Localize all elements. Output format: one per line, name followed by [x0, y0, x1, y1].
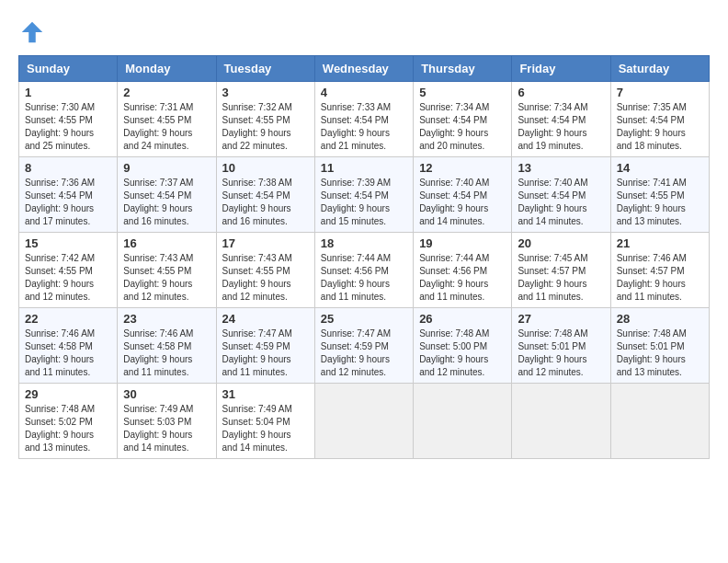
calendar-header-monday: Monday [118, 56, 216, 82]
day-number: 31 [222, 387, 309, 401]
calendar-header-row: SundayMondayTuesdayWednesdayThursdayFrid… [19, 56, 710, 82]
calendar-day-cell [610, 384, 709, 459]
calendar-day-cell: 2Sunrise: 7:31 AMSunset: 4:55 PMDaylight… [118, 82, 216, 157]
day-number: 18 [321, 236, 407, 250]
calendar-day-cell: 5Sunrise: 7:34 AMSunset: 4:54 PMDaylight… [414, 82, 512, 157]
day-info: Sunrise: 7:40 AMSunset: 4:54 PMDaylight:… [518, 177, 604, 228]
calendar-week-row: 15Sunrise: 7:42 AMSunset: 4:55 PMDayligh… [19, 233, 710, 308]
calendar-day-cell: 7Sunrise: 7:35 AMSunset: 4:54 PMDaylight… [610, 82, 709, 157]
day-number: 2 [123, 86, 210, 99]
day-info: Sunrise: 7:42 AMSunset: 4:55 PMDaylight:… [25, 252, 111, 304]
day-info: Sunrise: 7:41 AMSunset: 4:55 PMDaylight:… [617, 177, 703, 228]
day-info: Sunrise: 7:30 AMSunset: 4:55 PMDaylight:… [25, 101, 111, 153]
calendar-day-cell: 16Sunrise: 7:43 AMSunset: 4:55 PMDayligh… [118, 233, 216, 308]
day-info: Sunrise: 7:31 AMSunset: 4:55 PMDaylight:… [123, 101, 210, 153]
day-number: 25 [321, 312, 407, 326]
logo [18, 18, 48, 46]
page-header [18, 18, 710, 46]
day-number: 10 [222, 161, 309, 175]
calendar-day-cell [314, 384, 413, 459]
day-info: Sunrise: 7:33 AMSunset: 4:54 PMDaylight:… [321, 101, 407, 153]
calendar-day-cell: 1Sunrise: 7:30 AMSunset: 4:55 PMDaylight… [19, 82, 118, 157]
day-info: Sunrise: 7:32 AMSunset: 4:55 PMDaylight:… [222, 101, 309, 153]
day-info: Sunrise: 7:34 AMSunset: 4:54 PMDaylight:… [419, 101, 506, 153]
calendar-day-cell: 6Sunrise: 7:34 AMSunset: 4:54 PMDaylight… [512, 82, 610, 157]
day-number: 6 [518, 86, 604, 99]
day-number: 21 [617, 236, 703, 250]
calendar-day-cell [512, 384, 610, 459]
calendar-day-cell: 19Sunrise: 7:44 AMSunset: 4:56 PMDayligh… [414, 233, 512, 308]
day-number: 3 [222, 86, 309, 99]
day-info: Sunrise: 7:48 AMSunset: 5:02 PMDaylight:… [25, 403, 111, 454]
calendar-header-friday: Friday [512, 56, 610, 82]
calendar-day-cell: 22Sunrise: 7:46 AMSunset: 4:58 PMDayligh… [19, 308, 118, 384]
day-info: Sunrise: 7:48 AMSunset: 5:01 PMDaylight:… [518, 327, 604, 379]
calendar-day-cell: 4Sunrise: 7:33 AMSunset: 4:54 PMDaylight… [314, 82, 413, 157]
day-number: 1 [25, 86, 111, 99]
day-info: Sunrise: 7:43 AMSunset: 4:55 PMDaylight:… [222, 252, 309, 304]
day-number: 30 [123, 387, 210, 401]
day-info: Sunrise: 7:46 AMSunset: 4:58 PMDaylight:… [25, 327, 111, 379]
calendar-day-cell: 18Sunrise: 7:44 AMSunset: 4:56 PMDayligh… [314, 233, 413, 308]
day-info: Sunrise: 7:34 AMSunset: 4:54 PMDaylight:… [518, 101, 604, 153]
calendar-day-cell: 24Sunrise: 7:47 AMSunset: 4:59 PMDayligh… [216, 308, 314, 384]
day-number: 4 [321, 86, 407, 99]
calendar-day-cell [414, 384, 512, 459]
day-info: Sunrise: 7:48 AMSunset: 5:00 PMDaylight:… [419, 327, 506, 379]
day-info: Sunrise: 7:49 AMSunset: 5:04 PMDaylight:… [222, 403, 309, 454]
day-number: 12 [419, 161, 506, 175]
calendar-day-cell: 12Sunrise: 7:40 AMSunset: 4:54 PMDayligh… [414, 157, 512, 233]
day-number: 28 [617, 312, 703, 326]
calendar-week-row: 1Sunrise: 7:30 AMSunset: 4:55 PMDaylight… [19, 82, 710, 157]
day-info: Sunrise: 7:46 AMSunset: 4:58 PMDaylight:… [123, 327, 210, 379]
calendar-day-cell: 14Sunrise: 7:41 AMSunset: 4:55 PMDayligh… [610, 157, 709, 233]
calendar-day-cell: 27Sunrise: 7:48 AMSunset: 5:01 PMDayligh… [512, 308, 610, 384]
calendar-day-cell: 26Sunrise: 7:48 AMSunset: 5:00 PMDayligh… [414, 308, 512, 384]
calendar-day-cell: 11Sunrise: 7:39 AMSunset: 4:54 PMDayligh… [314, 157, 413, 233]
day-info: Sunrise: 7:43 AMSunset: 4:55 PMDaylight:… [123, 252, 210, 304]
calendar-day-cell: 15Sunrise: 7:42 AMSunset: 4:55 PMDayligh… [19, 233, 118, 308]
calendar-day-cell: 25Sunrise: 7:47 AMSunset: 4:59 PMDayligh… [314, 308, 413, 384]
day-number: 19 [419, 236, 506, 250]
calendar-day-cell: 17Sunrise: 7:43 AMSunset: 4:55 PMDayligh… [216, 233, 314, 308]
day-info: Sunrise: 7:47 AMSunset: 4:59 PMDaylight:… [321, 327, 407, 379]
calendar-day-cell: 10Sunrise: 7:38 AMSunset: 4:54 PMDayligh… [216, 157, 314, 233]
day-number: 24 [222, 312, 309, 326]
calendar-header-sunday: Sunday [19, 56, 118, 82]
day-number: 29 [25, 387, 111, 401]
calendar-day-cell: 20Sunrise: 7:45 AMSunset: 4:57 PMDayligh… [512, 233, 610, 308]
day-info: Sunrise: 7:49 AMSunset: 5:03 PMDaylight:… [123, 403, 210, 454]
day-info: Sunrise: 7:35 AMSunset: 4:54 PMDaylight:… [617, 101, 703, 153]
calendar-header-thursday: Thursday [414, 56, 512, 82]
day-number: 8 [25, 161, 111, 175]
day-info: Sunrise: 7:44 AMSunset: 4:56 PMDaylight:… [321, 252, 407, 304]
day-number: 26 [419, 312, 506, 326]
day-number: 9 [123, 161, 210, 175]
day-number: 16 [123, 236, 210, 250]
calendar-header-tuesday: Tuesday [216, 56, 314, 82]
day-number: 17 [222, 236, 309, 250]
calendar-table: SundayMondayTuesdayWednesdayThursdayFrid… [18, 55, 710, 459]
day-number: 11 [321, 161, 407, 175]
day-info: Sunrise: 7:44 AMSunset: 4:56 PMDaylight:… [419, 252, 506, 304]
day-number: 7 [617, 86, 703, 99]
day-number: 5 [419, 86, 506, 99]
day-info: Sunrise: 7:48 AMSunset: 5:01 PMDaylight:… [617, 327, 703, 379]
day-info: Sunrise: 7:37 AMSunset: 4:54 PMDaylight:… [123, 177, 210, 228]
day-number: 15 [25, 236, 111, 250]
day-info: Sunrise: 7:47 AMSunset: 4:59 PMDaylight:… [222, 327, 309, 379]
day-number: 22 [25, 312, 111, 326]
day-info: Sunrise: 7:36 AMSunset: 4:54 PMDaylight:… [25, 177, 111, 228]
day-info: Sunrise: 7:39 AMSunset: 4:54 PMDaylight:… [321, 177, 407, 228]
day-number: 27 [518, 312, 604, 326]
calendar-day-cell: 23Sunrise: 7:46 AMSunset: 4:58 PMDayligh… [118, 308, 216, 384]
day-info: Sunrise: 7:46 AMSunset: 4:57 PMDaylight:… [617, 252, 703, 304]
day-info: Sunrise: 7:38 AMSunset: 4:54 PMDaylight:… [222, 177, 309, 228]
day-info: Sunrise: 7:45 AMSunset: 4:57 PMDaylight:… [518, 252, 604, 304]
calendar-week-row: 8Sunrise: 7:36 AMSunset: 4:54 PMDaylight… [19, 157, 710, 233]
calendar-week-row: 22Sunrise: 7:46 AMSunset: 4:58 PMDayligh… [19, 308, 710, 384]
calendar-day-cell: 28Sunrise: 7:48 AMSunset: 5:01 PMDayligh… [610, 308, 709, 384]
calendar-header-wednesday: Wednesday [314, 56, 413, 82]
calendar-day-cell: 21Sunrise: 7:46 AMSunset: 4:57 PMDayligh… [610, 233, 709, 308]
calendar-day-cell: 3Sunrise: 7:32 AMSunset: 4:55 PMDaylight… [216, 82, 314, 157]
